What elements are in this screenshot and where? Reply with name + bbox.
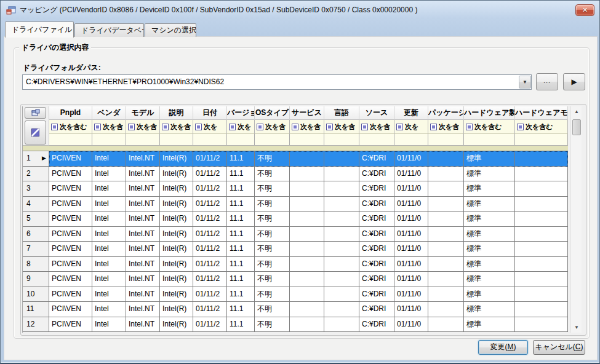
cell-source[interactable]: C:¥DRI <box>359 212 394 227</box>
cell-update[interactable]: 01/11/0 <box>394 151 428 167</box>
column-header-source[interactable]: ソース <box>359 106 394 120</box>
cell-hw-maker[interactable]: 標準 <box>464 212 515 227</box>
filter-operator-icon[interactable] <box>128 124 135 130</box>
tab-machine-select[interactable]: マシンの選択 <box>145 23 196 37</box>
change-button[interactable]: 変更(M) <box>478 340 528 355</box>
filter-input-version[interactable] <box>227 133 255 145</box>
cell-pnpid[interactable]: PCI\VEN <box>49 242 92 257</box>
cell-source[interactable]: C:¥DRI <box>359 197 394 212</box>
cell-model[interactable]: Intel.NT <box>126 317 160 333</box>
cell-description[interactable]: Intel(R) <box>160 212 193 227</box>
cell-os-type[interactable]: 不明 <box>255 302 290 317</box>
filter-editor-button[interactable] <box>25 107 46 119</box>
column-header-description[interactable]: 説明 <box>160 106 193 120</box>
filter-operator-icon[interactable] <box>466 124 473 130</box>
cell-hw-model[interactable] <box>515 317 568 333</box>
cell-description[interactable]: Intel(R) <box>160 257 193 272</box>
column-header-model[interactable]: モデル <box>126 106 160 120</box>
filter-operator-icon[interactable] <box>229 124 236 130</box>
cell-hw-model[interactable] <box>515 302 568 317</box>
cancel-button[interactable]: キャンセル(C) <box>533 340 585 355</box>
cell-source[interactable]: C:¥DRI <box>359 151 394 167</box>
filter-operator-icon[interactable] <box>94 124 101 130</box>
cell-version[interactable]: 11.1 <box>227 257 255 272</box>
cell-os-type[interactable]: 不明 <box>255 242 290 257</box>
filter-operator-icon[interactable] <box>361 124 368 130</box>
cell-source[interactable]: C:¥DRI <box>359 242 394 257</box>
cell-language[interactable] <box>324 167 359 182</box>
cell-hw-maker[interactable]: 標準 <box>464 242 515 257</box>
cell-language[interactable] <box>324 287 359 303</box>
column-header-language[interactable]: 言語 <box>324 106 359 120</box>
cell-package[interactable] <box>428 151 464 167</box>
cell-language[interactable] <box>324 317 359 333</box>
cell-language[interactable] <box>324 227 359 242</box>
cell-service[interactable] <box>290 181 324 197</box>
cell-description[interactable]: Intel(R) <box>160 227 193 242</box>
cell-description[interactable]: Intel(R) <box>160 272 193 287</box>
column-header-hw-maker[interactable]: ハードウェア製 <box>464 106 515 120</box>
column-header-date[interactable]: 日付 <box>193 106 227 120</box>
tab-driver-database[interactable]: ドライバデータベース <box>74 23 144 37</box>
filter-input-description[interactable] <box>160 133 193 145</box>
cell-model[interactable]: Intel.NT <box>126 242 160 257</box>
cell-language[interactable] <box>324 197 359 212</box>
title-bar[interactable]: マッピング (PCI/VendorID 0x8086 / DeviceID 0x… <box>1 1 599 20</box>
cell-package[interactable] <box>428 272 464 287</box>
filter-cell-update[interactable]: 次を <box>394 120 428 133</box>
cell-description[interactable]: Intel(R) <box>160 167 193 182</box>
row-header[interactable]: 5 <box>23 212 49 227</box>
cell-update[interactable]: 01/11/0 <box>394 257 428 272</box>
cell-date[interactable]: 01/11/2 <box>193 197 227 212</box>
column-header-os-type[interactable]: OSタイプ <box>255 106 290 120</box>
cell-hw-maker[interactable]: 標準 <box>464 287 515 303</box>
cell-vendor[interactable]: Intel <box>92 272 126 287</box>
cell-package[interactable] <box>428 227 464 242</box>
cell-version[interactable]: 11.1 <box>227 151 255 167</box>
cell-vendor[interactable]: Intel <box>92 151 126 167</box>
filter-input-date[interactable] <box>193 133 227 145</box>
filter-input-service[interactable] <box>290 133 324 145</box>
row-header[interactable]: 12 <box>23 317 49 333</box>
cell-package[interactable] <box>428 167 464 182</box>
cell-version[interactable]: 11.1 <box>227 242 255 257</box>
cell-hw-model[interactable] <box>515 287 568 303</box>
filter-input-vendor[interactable] <box>92 133 126 145</box>
cell-pnpid[interactable]: PCI\VEN <box>49 257 92 272</box>
cell-model[interactable]: Intel.NT <box>126 227 160 242</box>
row-header[interactable]: 11 <box>23 302 49 317</box>
cell-update[interactable]: 01/11/0 <box>394 317 428 333</box>
cell-version[interactable]: 11.1 <box>227 317 255 333</box>
cell-date[interactable]: 01/11/2 <box>193 272 227 287</box>
cell-vendor[interactable]: Intel <box>92 212 126 227</box>
filter-operator-icon[interactable] <box>326 124 333 130</box>
filter-cell-hw-model[interactable]: 次を含む <box>515 120 568 133</box>
filter-input-os-type[interactable] <box>255 133 290 145</box>
cell-description[interactable]: Intel(R) <box>160 242 193 257</box>
cell-pnpid[interactable]: PCI\VEN <box>49 167 92 182</box>
row-header[interactable]: 10 <box>23 287 49 303</box>
apply-path-button[interactable]: ▶ <box>563 73 585 90</box>
cell-update[interactable]: 01/11/0 <box>394 167 428 182</box>
cell-language[interactable] <box>324 257 359 272</box>
cell-date[interactable]: 01/11/2 <box>193 302 227 317</box>
row-header[interactable]: 7 <box>23 242 49 257</box>
filter-input-source[interactable] <box>359 133 394 145</box>
cell-date[interactable]: 01/11/2 <box>193 242 227 257</box>
filter-cell-service[interactable]: 次を含 <box>290 120 324 133</box>
cell-source[interactable]: C:¥DRI <box>359 317 394 333</box>
cell-package[interactable] <box>428 181 464 197</box>
cell-hw-maker[interactable]: 標準 <box>464 272 515 287</box>
column-header-version[interactable]: バージョ <box>227 106 255 120</box>
cell-service[interactable] <box>290 242 324 257</box>
filter-cell-pnpid[interactable]: 次を含む <box>49 120 92 133</box>
row-header[interactable]: 6 <box>23 227 49 242</box>
cell-package[interactable] <box>428 257 464 272</box>
cell-hw-maker[interactable]: 標準 <box>464 151 515 167</box>
cell-os-type[interactable]: 不明 <box>255 257 290 272</box>
row-header[interactable]: 4 <box>23 197 49 212</box>
cell-update[interactable]: 01/11/0 <box>394 181 428 197</box>
cell-pnpid[interactable]: PCI\VEN <box>49 151 92 167</box>
scroll-down-button[interactable]: ▼ <box>571 322 582 333</box>
cell-model[interactable]: Intel.NT <box>126 272 160 287</box>
